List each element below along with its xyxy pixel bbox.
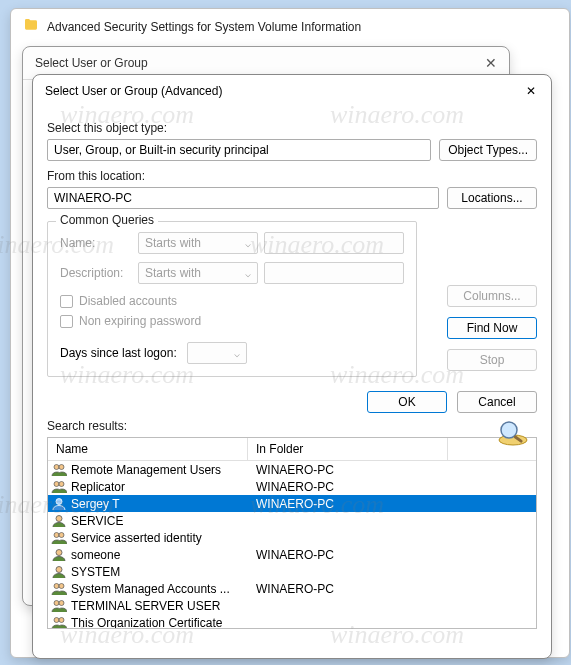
chevron-down-icon: ⌵	[245, 238, 251, 249]
user-icon	[51, 514, 67, 528]
folder-icon	[23, 17, 39, 36]
non-expiring-checkbox	[60, 315, 73, 328]
days-since-logon-combo: ⌵	[187, 342, 247, 364]
result-row[interactable]: Service asserted identity	[48, 529, 536, 546]
dialog-titlebar: Select User or Group (Advanced) ✕	[33, 75, 551, 107]
svg-point-5	[56, 515, 62, 521]
group-icon	[51, 480, 67, 494]
results-header: Name In Folder	[48, 438, 536, 461]
result-folder: WINAERO-PC	[248, 548, 448, 562]
disabled-accounts-checkbox	[60, 295, 73, 308]
security-window-title: Advanced Security Settings for System Vo…	[47, 20, 361, 34]
svg-point-1	[59, 464, 64, 469]
result-row[interactable]: SYSTEM	[48, 563, 536, 580]
days-since-logon-label: Days since last logon:	[60, 346, 177, 360]
result-row[interactable]: SERVICE	[48, 512, 536, 529]
group-icon	[51, 531, 67, 545]
svg-point-3	[59, 481, 64, 486]
result-folder: WINAERO-PC	[248, 463, 448, 477]
search-results-list[interactable]: Name In Folder Remote Management UsersWI…	[47, 437, 537, 629]
result-name: Sergey T	[71, 497, 119, 511]
common-queries-label: Common Queries	[56, 213, 158, 227]
search-results-label: Search results:	[47, 419, 537, 433]
object-type-field[interactable]: User, Group, or Built-in security princi…	[47, 139, 431, 161]
column-name[interactable]: Name	[48, 438, 248, 460]
description-filter-label: Description:	[60, 266, 132, 280]
group-icon	[51, 582, 67, 596]
result-folder: WINAERO-PC	[248, 497, 448, 511]
result-row[interactable]: System Managed Accounts ...WINAERO-PC	[48, 580, 536, 597]
result-folder: WINAERO-PC	[248, 582, 448, 596]
result-row[interactable]: ReplicatorWINAERO-PC	[48, 478, 536, 495]
svg-point-6	[54, 532, 59, 537]
select-user-group-advanced-dialog: Select User or Group (Advanced) ✕ Select…	[32, 74, 552, 659]
result-name: Remote Management Users	[71, 463, 221, 477]
select-user-group-title: Select User or Group	[35, 56, 148, 70]
svg-point-14	[54, 617, 59, 622]
dialog-title: Select User or Group (Advanced)	[45, 84, 222, 98]
result-name: SERVICE	[71, 514, 123, 528]
location-field[interactable]: WINAERO-PC	[47, 187, 439, 209]
object-type-label: Select this object type:	[47, 121, 537, 135]
svg-point-2	[54, 481, 59, 486]
chevron-down-icon: ⌵	[234, 348, 240, 359]
result-name: System Managed Accounts ...	[71, 582, 230, 596]
result-name: SYSTEM	[71, 565, 120, 579]
user-icon	[51, 565, 67, 579]
name-filter-label: Name:	[60, 236, 132, 250]
svg-point-15	[59, 617, 64, 622]
result-name: Service asserted identity	[71, 531, 202, 545]
location-label: From this location:	[47, 169, 537, 183]
group-icon	[51, 616, 67, 630]
close-icon[interactable]: ✕	[485, 55, 497, 71]
security-window-titlebar: Advanced Security Settings for System Vo…	[11, 9, 569, 44]
svg-point-17	[501, 422, 517, 438]
result-row[interactable]: someoneWINAERO-PC	[48, 546, 536, 563]
user-icon	[51, 497, 67, 511]
group-icon	[51, 599, 67, 613]
name-filter-combo: Starts with ⌵	[138, 232, 258, 254]
user-icon	[51, 548, 67, 562]
description-filter-input	[264, 262, 404, 284]
column-folder[interactable]: In Folder	[248, 438, 448, 460]
object-types-button[interactable]: Object Types...	[439, 139, 537, 161]
name-filter-input	[264, 232, 404, 254]
group-icon	[51, 463, 67, 477]
result-name: This Organization Certificate	[71, 616, 222, 630]
result-name: TERMINAL SERVER USER	[71, 599, 220, 613]
search-directory-icon[interactable]	[491, 417, 531, 447]
svg-point-12	[54, 600, 59, 605]
stop-button[interactable]: Stop	[447, 349, 537, 371]
svg-point-11	[59, 583, 64, 588]
svg-point-8	[56, 549, 62, 555]
result-row[interactable]: Sergey TWINAERO-PC	[48, 495, 536, 512]
disabled-accounts-label: Disabled accounts	[79, 294, 177, 308]
locations-button[interactable]: Locations...	[447, 187, 537, 209]
svg-point-10	[54, 583, 59, 588]
close-icon: ✕	[526, 84, 536, 98]
svg-point-9	[56, 566, 62, 572]
result-name: someone	[71, 548, 120, 562]
result-row[interactable]: Remote Management UsersWINAERO-PC	[48, 461, 536, 478]
result-row[interactable]: TERMINAL SERVER USER	[48, 597, 536, 614]
common-queries-group: Common Queries Name: Starts with ⌵ Descr…	[47, 221, 417, 377]
close-button[interactable]: ✕	[523, 83, 539, 99]
description-filter-combo: Starts with ⌵	[138, 262, 258, 284]
svg-point-13	[59, 600, 64, 605]
ok-button[interactable]: OK	[367, 391, 447, 413]
svg-point-0	[54, 464, 59, 469]
find-now-button[interactable]: Find Now	[447, 317, 537, 339]
result-name: Replicator	[71, 480, 125, 494]
non-expiring-label: Non expiring password	[79, 314, 201, 328]
chevron-down-icon: ⌵	[245, 268, 251, 279]
svg-point-4	[56, 498, 62, 504]
cancel-button[interactable]: Cancel	[457, 391, 537, 413]
svg-point-7	[59, 532, 64, 537]
result-row[interactable]: This Organization Certificate	[48, 614, 536, 629]
result-folder: WINAERO-PC	[248, 480, 448, 494]
columns-button[interactable]: Columns...	[447, 285, 537, 307]
